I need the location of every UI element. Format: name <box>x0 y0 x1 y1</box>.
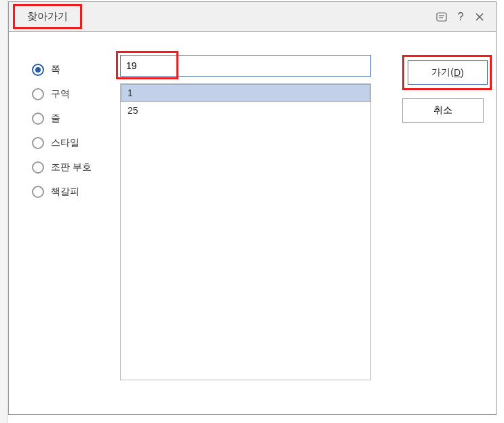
cancel-button-label: 취소 <box>433 104 452 117</box>
list-item[interactable]: 1 <box>121 84 370 102</box>
button-column: 가기(D) 취소 <box>394 51 484 402</box>
radio-icon <box>32 161 44 174</box>
dialog-body: 쪽 구역 줄 스타일 조판 부호 책갈피 <box>9 32 496 414</box>
page-number-input[interactable] <box>120 55 371 77</box>
input-wrap <box>120 55 390 78</box>
titlebar: 찾아가기 ? <box>9 2 496 32</box>
radio-bookmark[interactable]: 책갈피 <box>32 180 120 204</box>
radio-icon <box>32 64 44 76</box>
svg-rect-0 <box>437 13 446 21</box>
radio-markup[interactable]: 조판 부호 <box>32 155 120 180</box>
go-button-key: D <box>454 67 461 78</box>
close-icon[interactable] <box>470 7 489 26</box>
radio-page[interactable]: 쪽 <box>32 58 120 82</box>
radio-label: 구역 <box>51 88 70 100</box>
radio-line[interactable]: 줄 <box>32 106 120 131</box>
radio-icon <box>32 137 44 149</box>
title-highlight: 찾아가기 <box>13 4 82 29</box>
goto-dialog: 찾아가기 ? 쪽 구역 줄 스타일 <box>8 1 497 415</box>
go-button-prefix: 가기( <box>431 66 454 79</box>
radio-icon <box>32 186 44 198</box>
radio-group: 쪽 구역 줄 스타일 조판 부호 책갈피 <box>32 51 120 402</box>
options-icon[interactable] <box>432 7 451 26</box>
radio-section[interactable]: 구역 <box>32 82 120 106</box>
radio-label: 줄 <box>51 113 60 125</box>
radio-label: 조판 부호 <box>51 161 92 174</box>
list-item[interactable]: 25 <box>121 102 370 119</box>
radio-icon <box>32 88 44 100</box>
radio-label: 쪽 <box>51 64 60 76</box>
go-button-suffix: ) <box>461 67 464 78</box>
background-edge <box>0 0 8 423</box>
go-button[interactable]: 가기(D) <box>408 60 488 85</box>
help-icon[interactable]: ? <box>451 7 470 26</box>
page-list[interactable]: 1 25 <box>120 83 371 380</box>
cancel-button[interactable]: 취소 <box>402 98 484 123</box>
radio-label: 스타일 <box>51 137 79 149</box>
radio-style[interactable]: 스타일 <box>32 131 120 155</box>
center-column: 1 25 <box>120 51 394 402</box>
dialog-title: 찾아가기 <box>22 7 73 24</box>
radio-label: 책갈피 <box>51 186 79 198</box>
radio-icon <box>32 113 44 125</box>
go-button-highlight: 가기(D) <box>402 55 492 90</box>
